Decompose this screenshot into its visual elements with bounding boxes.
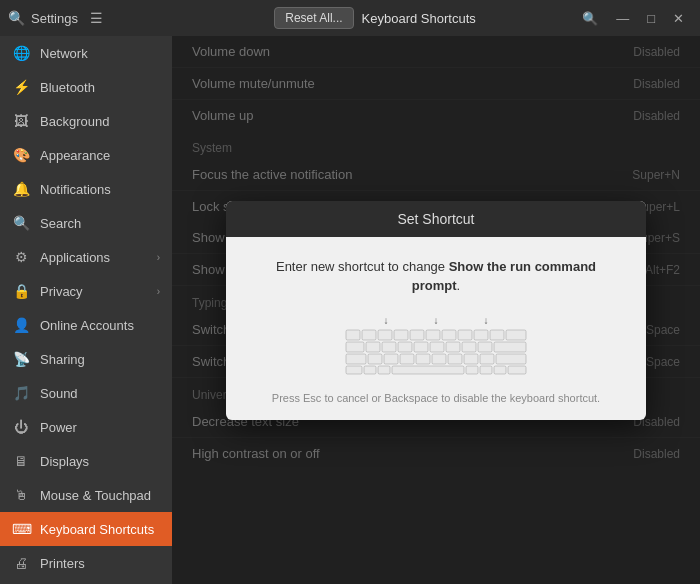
svg-rect-41 (508, 366, 526, 374)
sidebar-item-sound[interactable]: 🎵 Sound (0, 376, 172, 410)
sidebar-item-power[interactable]: ⏻ Power (0, 410, 172, 444)
sidebar-item-search[interactable]: 🔍 Search (0, 206, 172, 240)
svg-rect-24 (346, 354, 366, 364)
sidebar: 🌐 Network ⚡ Bluetooth 🖼 Background 🎨 App… (0, 36, 172, 584)
modal-instruction: Enter new shortcut to change Show the ru… (250, 257, 622, 296)
sidebar-item-online-accounts[interactable]: 👤 Online Accounts (0, 308, 172, 342)
svg-rect-7 (410, 330, 424, 340)
sidebar-item-applications[interactable]: ⚙ Applications › (0, 240, 172, 274)
sidebar-icon-keyboard-shortcuts: ⌨ (12, 521, 30, 537)
sidebar-label-privacy: Privacy (40, 284, 147, 299)
titlebar-center: Reset All... Keyboard Shortcuts (178, 7, 572, 29)
sidebar-icon-privacy: 🔒 (12, 283, 30, 299)
sidebar-icon-power: ⏻ (12, 419, 30, 435)
svg-rect-19 (430, 342, 444, 352)
svg-rect-37 (392, 366, 464, 374)
sidebar-label-notifications: Notifications (40, 182, 160, 197)
modal-overlay: Set Shortcut Enter new shortcut to chang… (172, 36, 700, 584)
set-shortcut-modal: Set Shortcut Enter new shortcut to chang… (226, 201, 646, 420)
svg-rect-35 (364, 366, 376, 374)
window-title: Keyboard Shortcuts (362, 11, 476, 26)
sidebar-label-sound: Sound (40, 386, 160, 401)
svg-rect-27 (400, 354, 414, 364)
content-panel: Volume downDisabledVolume mute/unmuteDis… (172, 36, 700, 584)
sidebar-item-appearance[interactable]: 🎨 Appearance (0, 138, 172, 172)
svg-rect-13 (506, 330, 526, 340)
menu-button[interactable]: ☰ (84, 8, 109, 28)
svg-rect-25 (368, 354, 382, 364)
svg-rect-5 (378, 330, 392, 340)
sidebar-icon-search: 🔍 (12, 215, 30, 231)
app-search-icon: 🔍 (8, 10, 25, 26)
sidebar-item-removable-media[interactable]: 💾 Removable Media (0, 580, 172, 584)
svg-rect-4 (362, 330, 376, 340)
sidebar-item-printers[interactable]: 🖨 Printers (0, 546, 172, 580)
reset-all-button[interactable]: Reset All... (274, 7, 353, 29)
sidebar-icon-printers: 🖨 (12, 555, 30, 571)
svg-rect-11 (474, 330, 488, 340)
modal-hint: Press Esc to cancel or Backspace to disa… (250, 392, 622, 404)
svg-rect-29 (432, 354, 446, 364)
svg-rect-14 (346, 342, 364, 352)
svg-rect-22 (478, 342, 492, 352)
svg-rect-38 (466, 366, 478, 374)
sidebar-label-displays: Displays (40, 454, 160, 469)
sidebar-label-search: Search (40, 216, 160, 231)
sidebar-item-sharing[interactable]: 📡 Sharing (0, 342, 172, 376)
svg-rect-28 (416, 354, 430, 364)
sidebar-label-sharing: Sharing (40, 352, 160, 367)
svg-rect-15 (366, 342, 380, 352)
sidebar-icon-sharing: 📡 (12, 351, 30, 367)
svg-text:↓: ↓ (434, 316, 439, 326)
main-area: 🌐 Network ⚡ Bluetooth 🖼 Background 🎨 App… (0, 36, 700, 584)
sidebar-label-mouse-touchpad: Mouse & Touchpad (40, 488, 160, 503)
sidebar-icon-displays: 🖥 (12, 453, 30, 469)
modal-instruction-prefix: Enter new shortcut to change (276, 259, 449, 274)
sidebar-label-online-accounts: Online Accounts (40, 318, 160, 333)
close-button[interactable]: ✕ (665, 8, 692, 29)
app-name-label: Settings (31, 11, 78, 26)
svg-rect-23 (494, 342, 526, 352)
sidebar-label-appearance: Appearance (40, 148, 160, 163)
sidebar-item-background[interactable]: 🖼 Background (0, 104, 172, 138)
sidebar-icon-background: 🖼 (12, 113, 30, 129)
titlebar: 🔍 Settings ☰ Reset All... Keyboard Short… (0, 0, 700, 36)
maximize-button[interactable]: □ (639, 8, 663, 29)
minimize-button[interactable]: — (608, 8, 637, 29)
sidebar-icon-mouse-touchpad: 🖱 (12, 487, 30, 503)
svg-rect-12 (490, 330, 504, 340)
sidebar-item-displays[interactable]: 🖥 Displays (0, 444, 172, 478)
sidebar-icon-appearance: 🎨 (12, 147, 30, 163)
sidebar-item-privacy[interactable]: 🔒 Privacy › (0, 274, 172, 308)
svg-rect-26 (384, 354, 398, 364)
svg-rect-30 (448, 354, 462, 364)
sidebar-label-background: Background (40, 114, 160, 129)
sidebar-icon-applications: ⚙ (12, 249, 30, 265)
svg-text:↓: ↓ (484, 316, 489, 326)
sidebar-label-applications: Applications (40, 250, 147, 265)
svg-rect-33 (496, 354, 526, 364)
svg-rect-20 (446, 342, 460, 352)
sidebar-arrow-privacy: › (157, 286, 160, 297)
sidebar-label-network: Network (40, 46, 160, 61)
svg-rect-17 (398, 342, 412, 352)
svg-rect-36 (378, 366, 390, 374)
sidebar-label-keyboard-shortcuts: Keyboard Shortcuts (40, 522, 160, 537)
search-button[interactable]: 🔍 (574, 8, 606, 29)
sidebar-item-mouse-touchpad[interactable]: 🖱 Mouse & Touchpad (0, 478, 172, 512)
svg-rect-18 (414, 342, 428, 352)
modal-body: Enter new shortcut to change Show the ru… (226, 237, 646, 420)
sidebar-item-network[interactable]: 🌐 Network (0, 36, 172, 70)
sidebar-icon-online-accounts: 👤 (12, 317, 30, 333)
svg-rect-31 (464, 354, 478, 364)
sidebar-item-bluetooth[interactable]: ⚡ Bluetooth (0, 70, 172, 104)
sidebar-item-keyboard-shortcuts[interactable]: ⌨ Keyboard Shortcuts (0, 512, 172, 546)
modal-header: Set Shortcut (226, 201, 646, 237)
titlebar-left: 🔍 Settings ☰ (8, 8, 178, 28)
sidebar-icon-sound: 🎵 (12, 385, 30, 401)
sidebar-item-notifications[interactable]: 🔔 Notifications (0, 172, 172, 206)
svg-rect-39 (480, 366, 492, 374)
titlebar-right: 🔍 — □ ✕ (572, 8, 692, 29)
svg-rect-21 (462, 342, 476, 352)
keyboard-visual: ↓ ↓ ↓ (250, 316, 622, 376)
